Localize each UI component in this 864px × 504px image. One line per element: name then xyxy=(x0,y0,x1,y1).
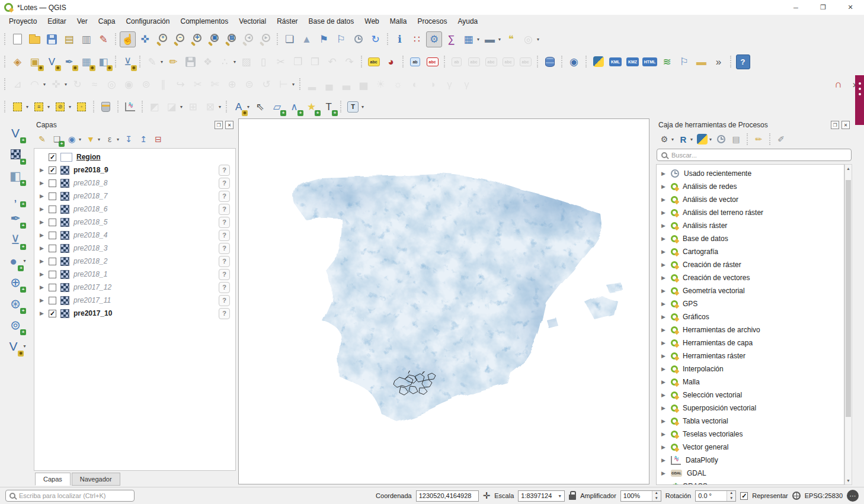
toolbox-item-label[interactable]: Selección vectorial xyxy=(683,391,742,399)
select-features-button[interactable] xyxy=(9,99,25,115)
layer-row[interactable]: ▶pre2018_4? xyxy=(34,229,235,242)
profile-line-button[interactable]: ⚐ xyxy=(676,54,692,70)
refresh-map-button[interactable]: ↻ xyxy=(367,31,383,47)
new-temporary-scratch-layer-button[interactable]: ▦✱ xyxy=(78,54,94,70)
toolbox-item[interactable]: ▶Creación de ráster xyxy=(657,258,844,271)
expand-icon[interactable]: ▶ xyxy=(661,171,666,176)
db-manager-button[interactable] xyxy=(542,54,558,70)
toolbox-item-label[interactable]: Superposición vectorial xyxy=(683,404,756,412)
expand-icon[interactable]: ▶ xyxy=(39,232,44,238)
results-viewer-button[interactable]: ▤ xyxy=(729,133,743,146)
new-project-button[interactable] xyxy=(9,31,25,47)
add-spatialite-layer-button[interactable]: ✒+ xyxy=(6,208,25,227)
data-source-manager-button[interactable]: ◈ xyxy=(9,54,25,70)
toolbox-item-label[interactable]: Tabla vectorial xyxy=(683,417,728,425)
toolbox-item[interactable]: ▶∿DataPlotly xyxy=(657,454,844,467)
balloon-text-annotation-button[interactable]: T xyxy=(345,99,361,115)
layer-name[interactable]: pre2018_5 xyxy=(73,218,107,226)
open-attribute-table-button-dropdown[interactable]: ▾ xyxy=(477,37,479,42)
processing-toolbox-button[interactable]: ⚙ xyxy=(426,31,442,47)
toolbox-item[interactable]: ▶Análisis de redes xyxy=(657,180,844,193)
toolbox-item-label[interactable]: GRASS xyxy=(683,482,708,485)
layer-name[interactable]: pre2018_4 xyxy=(73,231,107,239)
toolbox-item-label[interactable]: Creación de ráster xyxy=(683,261,741,269)
layer-name[interactable]: pre2017_10 xyxy=(73,309,112,317)
expand-icon[interactable]: ▶ xyxy=(661,366,666,372)
menu-web[interactable]: Web xyxy=(359,15,384,27)
expand-icon[interactable]: ▶ xyxy=(661,418,666,424)
layer-row[interactable]: ▶pre2018_7? xyxy=(34,190,235,203)
magnifier-spinbox[interactable]: ▲▼ xyxy=(620,490,661,502)
layer-name[interactable]: pre2018_7 xyxy=(73,192,107,200)
layer-row[interactable]: ▶pre2018_5? xyxy=(34,216,235,229)
layer-row[interactable]: ▶pre2018_8? xyxy=(34,176,235,190)
rotation-up-icon[interactable]: ▲ xyxy=(729,490,733,496)
filter-legend-button[interactable]: ▼ xyxy=(84,133,97,146)
filter-by-expression-button-dropdown[interactable]: ▾ xyxy=(117,137,119,142)
dock-grip-strip[interactable] xyxy=(855,75,864,125)
models-button[interactable]: ⚙ xyxy=(658,133,671,146)
toolbox-item-label[interactable]: GDAL xyxy=(687,469,706,477)
show-statistics-button[interactable]: ∑ xyxy=(443,31,459,47)
render-checkbox[interactable]: ✓ xyxy=(740,492,748,500)
expand-icon[interactable]: ▶ xyxy=(661,379,666,385)
unknown-crs-badge[interactable]: ? xyxy=(219,217,230,228)
toolbox-item[interactable]: ▶Creación de vectores xyxy=(657,271,844,284)
expand-icon[interactable]: ▶ xyxy=(661,249,666,255)
toolbox-item[interactable]: ▶Vector general xyxy=(657,441,844,454)
style-manager-button[interactable]: ✎ xyxy=(95,31,111,47)
zoom-full-button[interactable]: ✛ xyxy=(188,31,204,47)
line-annotation-button[interactable]: ∧+ xyxy=(286,99,302,115)
scale-lock-icon[interactable] xyxy=(569,495,576,500)
expand-icon[interactable]: ▶ xyxy=(661,184,666,190)
toolbox-item-label[interactable]: Geometría vectorial xyxy=(683,287,745,295)
magnifier-input[interactable] xyxy=(621,492,652,499)
identify-features-button[interactable]: ℹ xyxy=(392,31,408,47)
reindex-mesh-button-dropdown[interactable]: ▾ xyxy=(219,104,221,110)
unknown-crs-badge[interactable]: ? xyxy=(219,269,230,280)
select-features-button-dropdown[interactable]: ▾ xyxy=(26,104,28,110)
select-mesh-elements-button-dropdown[interactable]: ▾ xyxy=(180,104,183,110)
expand-icon[interactable]: ▶ xyxy=(39,310,44,316)
layer-checkbox[interactable] xyxy=(49,232,56,239)
layer-checkbox[interactable]: ✓ xyxy=(49,166,56,174)
layer-row[interactable]: ▶✓pre2018_9? xyxy=(34,163,235,176)
python-console-button[interactable] xyxy=(590,54,606,70)
toolbox-item[interactable]: ▶❃GRASS xyxy=(657,480,844,485)
toolbox-item-label[interactable]: DataPlotly xyxy=(686,456,718,464)
menu-configuraci-n[interactable]: Configuración xyxy=(120,15,175,27)
expand-icon[interactable]: ▶ xyxy=(661,223,666,229)
unknown-crs-badge[interactable]: ? xyxy=(219,230,230,241)
expand-icon[interactable]: ▶ xyxy=(661,405,666,411)
layer-row[interactable]: ▶pre2017_12? xyxy=(34,281,235,294)
toolbox-item-label[interactable]: GPS xyxy=(683,300,697,308)
toolbox-item-label[interactable]: Vector general xyxy=(683,443,728,451)
scroll-up-icon[interactable]: ▲ xyxy=(845,165,852,172)
expand-icon[interactable]: ▶ xyxy=(661,301,666,307)
python-scripts-button-dropdown[interactable]: ▾ xyxy=(709,137,712,142)
menu-complementos[interactable]: Complementos xyxy=(175,15,233,27)
remove-layer-button[interactable]: ⊟ xyxy=(152,133,165,146)
expand-icon[interactable]: ▶ xyxy=(661,262,666,268)
circular-string-button-dropdown[interactable]: ▾ xyxy=(43,82,46,87)
layer-name[interactable]: pre2018_2 xyxy=(73,257,107,265)
expand-icon[interactable]: ▶ xyxy=(39,206,44,212)
edit-in-place-button[interactable]: ✏ xyxy=(752,133,765,146)
unknown-crs-badge[interactable]: ? xyxy=(219,256,230,267)
new-virtual-layer-button[interactable]: ⊻✱ xyxy=(120,54,136,70)
polygon-annotation-button[interactable]: ▱+ xyxy=(269,99,285,115)
expand-icon[interactable]: ▶ xyxy=(661,340,666,346)
expand-icon[interactable]: ▶ xyxy=(661,457,666,463)
toolbox-item[interactable]: ▶Geometría vectorial xyxy=(657,284,844,297)
menu-editar[interactable]: Editar xyxy=(42,15,71,27)
layer-row[interactable]: ▶pre2018_6? xyxy=(34,203,235,216)
map-tips-button[interactable]: ❝ xyxy=(503,31,519,47)
toolbox-item-label[interactable]: Interpolación xyxy=(683,365,724,373)
r-scripts-button[interactable]: R xyxy=(677,133,690,146)
zoom-to-selection-button[interactable]: ▨ xyxy=(223,31,239,47)
expand-icon[interactable]: ▶ xyxy=(661,483,666,485)
layer-name[interactable]: pre2018_3 xyxy=(73,244,107,252)
toolbox-item[interactable]: ▶GPS xyxy=(657,297,844,310)
toolbox-item[interactable]: ▶Herramientas de capa xyxy=(657,336,844,349)
vertex-tool-button-dropdown[interactable]: ▾ xyxy=(233,59,236,65)
